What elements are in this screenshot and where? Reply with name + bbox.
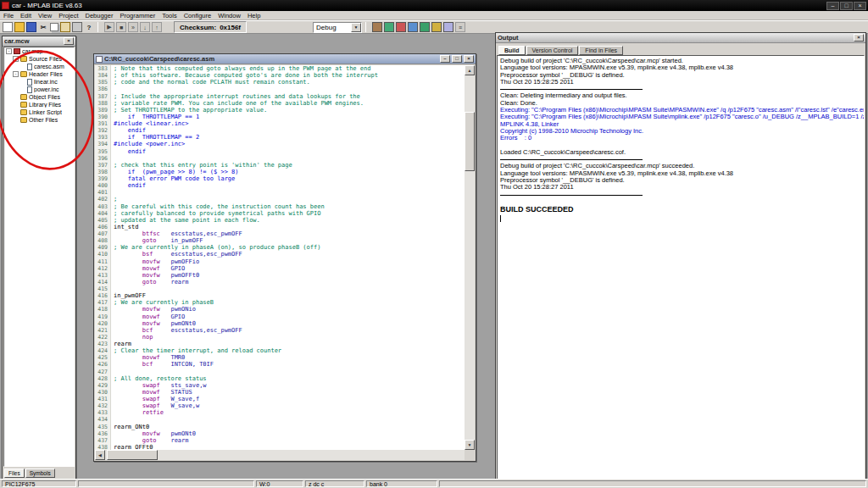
project-window-titlebar[interactable]: car.mcw × (3, 36, 75, 47)
step-into-icon[interactable]: ↓ (140, 22, 150, 32)
output-lines[interactable]: Debug build of project 'C:\RC_cuccok\Car… (497, 55, 865, 480)
line-number: 431 (95, 396, 111, 402)
vertical-scroll-thumb[interactable] (465, 112, 475, 171)
code-line: 417; We are currently in phaseB (95, 299, 465, 306)
line-number: 420 (95, 320, 111, 327)
menu-item-configure[interactable]: Configure (181, 11, 215, 20)
editor-minimize-icon[interactable]: – (440, 55, 450, 63)
debug-mode-select[interactable]: Debug ▼ (313, 22, 362, 33)
tree-item[interactable]: Library Files (4, 101, 74, 108)
minimize-button[interactable]: – (826, 2, 839, 10)
copy-icon[interactable] (50, 23, 58, 31)
menu-item-debugger[interactable]: Debugger (82, 11, 117, 20)
editor-close-icon[interactable]: × (464, 55, 474, 63)
output-line: Loaded C:\RC_cuccok\Carspeed\caresc.cof. (500, 149, 861, 156)
code-text: swapf W_save,w (111, 402, 199, 409)
editor-horizontal-scrollbar[interactable]: ◀ (95, 450, 465, 460)
tree-item-label: Source Files (29, 56, 62, 62)
line-number: 403 (95, 203, 111, 210)
tree-item[interactable]: caresc.asm (4, 63, 74, 70)
tree-item[interactable]: Object Files (4, 93, 74, 101)
scroll-left-icon[interactable]: ◀ (95, 450, 105, 460)
scroll-down-icon[interactable]: ▼ (465, 440, 475, 450)
settings-icon[interactable]: ≡ (455, 22, 465, 32)
print-icon[interactable] (72, 22, 82, 32)
output-tab-build[interactable]: Build (498, 46, 526, 55)
code-text: if (pwm_page >> 8) != ($ >> 8) (111, 169, 239, 175)
close-button[interactable]: × (854, 2, 866, 10)
editor-titlebar[interactable]: C:\RC_cuccok\Carspeed\caresc.asm – □ × (94, 54, 476, 64)
menu-item-help[interactable]: Help (244, 11, 264, 20)
output-tab-find-in-files[interactable]: Find in Files (579, 46, 623, 55)
tree-item-label: Object Files (29, 94, 60, 100)
line-number: 422 (95, 334, 111, 341)
help-icon[interactable]: ? (84, 22, 94, 32)
code-text (111, 86, 114, 92)
tree-item[interactable]: Linker Script (4, 108, 74, 116)
menu-item-edit[interactable]: Edit (17, 11, 35, 20)
make-icon[interactable] (384, 22, 394, 32)
code-text: in_pwmOFF (111, 292, 146, 299)
output-close-icon[interactable]: × (854, 34, 864, 42)
editor-maximize-icon[interactable]: □ (452, 55, 462, 63)
chevron-down-icon[interactable]: ▼ (351, 23, 361, 32)
editor-title: C:\RC_cuccok\Carspeed\caresc.asm (104, 55, 438, 63)
erase-icon[interactable] (431, 22, 442, 32)
line-number: 389 (95, 107, 111, 114)
code-text: ; variable rate PWM. You can include one… (111, 100, 364, 107)
code-area[interactable]: 383; Note that this computed goto always… (95, 65, 465, 450)
editor-vertical-scrollbar[interactable]: ▲ ▼ (465, 65, 475, 450)
project-tab-files[interactable]: Files (4, 469, 25, 478)
tree-item[interactable]: -Source Files (4, 55, 74, 63)
tree-item[interactable]: power.inc (4, 86, 74, 93)
halt-icon[interactable]: ■ (116, 22, 126, 32)
code-line: 403; Be careful with this code, the inst… (95, 203, 465, 210)
project-tab-symbols[interactable]: Symbols (25, 469, 55, 478)
line-number: 406 (95, 224, 111, 230)
program-target-icon[interactable] (396, 22, 406, 32)
menu-item-tools[interactable]: Tools (159, 11, 181, 20)
build-icon[interactable] (372, 22, 382, 32)
tree-item[interactable]: Other Files (4, 116, 74, 124)
line-number: 433 (95, 409, 111, 416)
project-close-icon[interactable]: × (64, 37, 74, 45)
new-file-icon[interactable] (3, 22, 13, 32)
code-line: 392 endif (95, 127, 465, 134)
read-target-icon[interactable] (408, 22, 418, 32)
tree-root[interactable]: -car.mcp (4, 47, 74, 55)
collapse-icon[interactable]: - (6, 48, 12, 54)
cut-icon[interactable]: ✂ (38, 22, 48, 32)
line-number: 411 (95, 258, 111, 265)
editor-window: C:\RC_cuccok\Carspeed\caresc.asm – □ × 3… (93, 53, 476, 462)
code-text: ; check that this entry point is 'within… (111, 162, 292, 169)
blank-check-icon[interactable] (443, 22, 453, 32)
horizontal-scroll-thumb[interactable] (107, 450, 158, 460)
code-line: 422 nop (95, 334, 465, 341)
output-line (500, 198, 861, 205)
tree-item[interactable]: -Header Files (4, 70, 74, 78)
animate-icon[interactable]: » (128, 22, 138, 32)
save-icon[interactable] (26, 22, 36, 32)
line-number: 391 (95, 120, 111, 127)
menu-item-view[interactable]: View (35, 11, 55, 20)
menu-item-window[interactable]: Window (214, 11, 244, 20)
open-file-icon[interactable] (14, 22, 25, 32)
verify-icon[interactable] (420, 22, 430, 32)
project-tree[interactable]: -car.mcp-Source Filescaresc.asm-Header F… (3, 47, 75, 467)
paste-icon[interactable] (60, 22, 70, 32)
maximize-button[interactable]: □ (840, 2, 853, 10)
step-over-icon[interactable]: ↑ (152, 22, 162, 32)
status-flags: z dc c (305, 480, 364, 487)
output-tab-version-control[interactable]: Version Control (526, 46, 579, 55)
tree-item[interactable]: linear.inc (4, 78, 74, 86)
menu-item-programmer[interactable]: Programmer (116, 11, 159, 20)
code-line: 424; Clear the timer interrupt, and relo… (95, 347, 465, 354)
menu-item-project[interactable]: Project (55, 11, 81, 20)
window-title: car - MPLAB IDE v8.63 (12, 2, 826, 9)
collapse-icon[interactable]: - (13, 56, 19, 62)
menu-item-file[interactable]: File (0, 11, 17, 20)
output-titlebar[interactable]: Output × (496, 33, 865, 43)
run-icon[interactable]: ▶ (104, 22, 114, 32)
scroll-up-icon[interactable]: ▲ (465, 65, 475, 75)
collapse-icon[interactable]: - (13, 71, 19, 77)
